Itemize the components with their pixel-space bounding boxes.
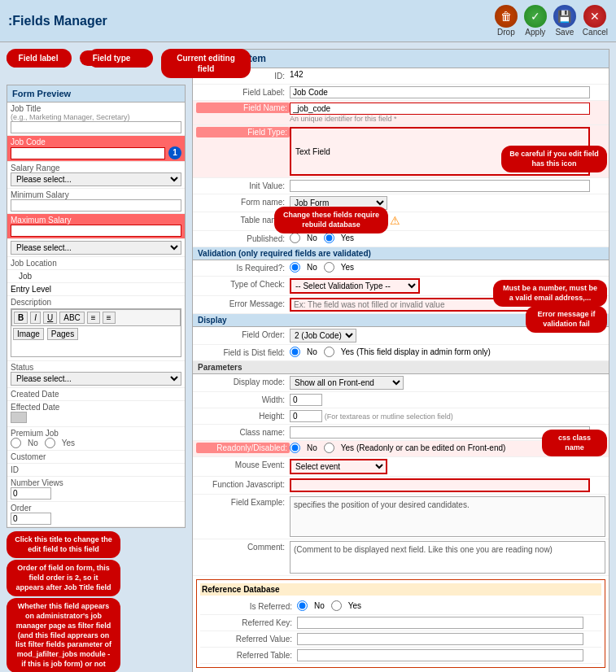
premium-yes-radio[interactable] [45, 438, 55, 448]
max-salary-label: Maximum Salary [11, 216, 181, 225]
job-code-row: Job Code 1 [7, 136, 185, 162]
drop-button[interactable]: 🗑 Drop [495, 5, 518, 37]
number-views-input[interactable] [11, 487, 51, 500]
salary-range-select[interactable]: Please select... [11, 172, 181, 186]
error-msg-input[interactable] [290, 298, 590, 312]
save-button[interactable]: 💾 Save [553, 5, 576, 37]
published-label: Published: [196, 233, 290, 243]
field-label-ann: Field label [7, 50, 70, 66]
underline-btn[interactable]: U [43, 312, 57, 324]
width-input[interactable] [290, 394, 322, 406]
field-type-edit-label: Field Type: [196, 127, 290, 137]
width-row: Width: [193, 392, 609, 408]
abc-btn[interactable]: ABC [59, 312, 85, 324]
readonly-yes-radio[interactable] [324, 443, 334, 453]
min-salary-input[interactable] [11, 199, 181, 212]
apply-label: Apply [525, 28, 545, 37]
right-panel: Edit Field Item ID: 142 Field Label: Fie… [192, 49, 609, 672]
drop-icon: 🗑 [495, 5, 518, 28]
filter-no-radio[interactable] [290, 347, 300, 357]
list1-btn[interactable]: ≡ [87, 312, 100, 324]
id-field-row: ID: 142 [193, 68, 609, 85]
required-yes-radio[interactable] [324, 262, 334, 273]
bold-btn[interactable]: B [14, 312, 28, 324]
field-label-input[interactable] [290, 86, 590, 98]
italic-btn[interactable]: I [30, 312, 41, 324]
image-btn[interactable]: Image [13, 328, 44, 340]
effected-date-label: Effected Date [11, 403, 181, 412]
field-order-select[interactable]: 2 (Job Code) [290, 329, 356, 343]
function-js-value [290, 478, 605, 492]
cancel-button[interactable]: ✕ Cancel [583, 5, 608, 37]
display-section-header: Display [193, 314, 609, 327]
pages-btn[interactable]: Pages [47, 328, 78, 340]
premium-no-radio[interactable] [11, 438, 21, 448]
apply-icon: ✓ [524, 5, 547, 28]
field-example-row: Field Example: specifies the position of… [193, 495, 609, 539]
form-preview-panel: Form Preview Job Title (e.g., Marketing … [7, 85, 186, 528]
display-mode-select[interactable]: Show all on Front-end [290, 376, 404, 390]
type-check-select[interactable]: -- Select Validation Type -- [290, 278, 420, 294]
class-name-value [290, 426, 605, 439]
order-label: Order [11, 504, 181, 513]
mouse-event-select[interactable]: Select event [290, 459, 387, 474]
field-type-list[interactable]: Numeric Radio Buttons Separator Single S… [290, 127, 590, 176]
order-input[interactable] [11, 513, 51, 525]
left-panel: Field label Field type Current editing f… [7, 49, 186, 672]
job-code-label: Job Code [11, 137, 181, 146]
form-name-select[interactable]: Job Form [290, 196, 387, 210]
form-name-value: Job Form [290, 196, 605, 210]
premium-job-row: Premium Job No Yes [7, 427, 185, 451]
list2-btn[interactable]: ≡ [103, 312, 116, 324]
height-input[interactable] [290, 410, 322, 422]
required-no-radio[interactable] [290, 262, 300, 273]
min-salary-label: Minimum Salary [11, 190, 181, 199]
apply-button[interactable]: ✓ Apply [524, 5, 547, 37]
field-type-select[interactable]: Please select... [11, 241, 181, 255]
type-check-label: Type of Check: [196, 278, 290, 289]
app-header: :Fields Manager 🗑 Drop ✓ Apply 💾 Save ✕ … [0, 0, 616, 42]
published-radios: No Yes [290, 233, 605, 243]
status-select[interactable]: Please select... [11, 372, 181, 386]
field-order-row: Field Order: 2 (Job Code) [193, 327, 609, 345]
referred-key-input[interactable] [297, 617, 583, 629]
filter-yes-radio[interactable] [324, 347, 334, 357]
salary-range-label: Salary Range [11, 164, 181, 172]
created-date-row: Created Date [7, 388, 185, 401]
readonly-no-radio[interactable] [290, 443, 300, 453]
published-no-radio[interactable] [290, 233, 300, 243]
display-mode-label: Display mode: [196, 376, 290, 386]
job-title-input[interactable] [11, 121, 181, 133]
referred-no-radio[interactable] [297, 600, 308, 611]
referred-table-value [297, 649, 598, 661]
readonly-radios: No Yes (Readonly or can be edited on Fro… [290, 443, 605, 453]
job-code-input[interactable] [11, 147, 165, 159]
width-label: Width: [196, 394, 290, 404]
init-value-input[interactable] [290, 180, 590, 192]
id-field-value: 142 [290, 70, 605, 79]
app-title: :Fields Manager [8, 14, 107, 28]
is-referred-label: Is Referred: [203, 600, 297, 611]
is-required-radios: No Yes [290, 262, 605, 273]
max-salary-input[interactable] [11, 225, 181, 237]
entry-level-label: Entry Level [11, 285, 181, 294]
referred-table-input[interactable] [297, 649, 583, 661]
job-location-label: Job Location [11, 259, 181, 268]
edit-field-title: Edit Field Item [193, 50, 609, 68]
referred-value-input[interactable] [297, 633, 583, 645]
function-js-input[interactable] [290, 478, 590, 492]
form-name-label: Form name: [196, 196, 290, 207]
customer-row: Customer [7, 451, 185, 464]
drop-label: Drop [497, 28, 515, 37]
min-salary-row: Minimum Salary [7, 189, 185, 214]
field-name-input[interactable] [290, 103, 590, 115]
class-name-input[interactable] [290, 426, 590, 439]
effected-date-row: Effected Date [7, 401, 185, 427]
table-name-select[interactable]: Jobs Table [290, 215, 387, 229]
readonly-row: Readonly/Disabled: No Yes (Readonly or c… [193, 441, 609, 457]
published-yes-radio[interactable] [324, 233, 334, 243]
field-name-row: Field Name: An unique identifier for thi… [193, 101, 609, 125]
number-views-row: Number Views [7, 477, 185, 502]
referred-yes-radio[interactable] [331, 600, 342, 611]
field-label-value [290, 86, 605, 98]
